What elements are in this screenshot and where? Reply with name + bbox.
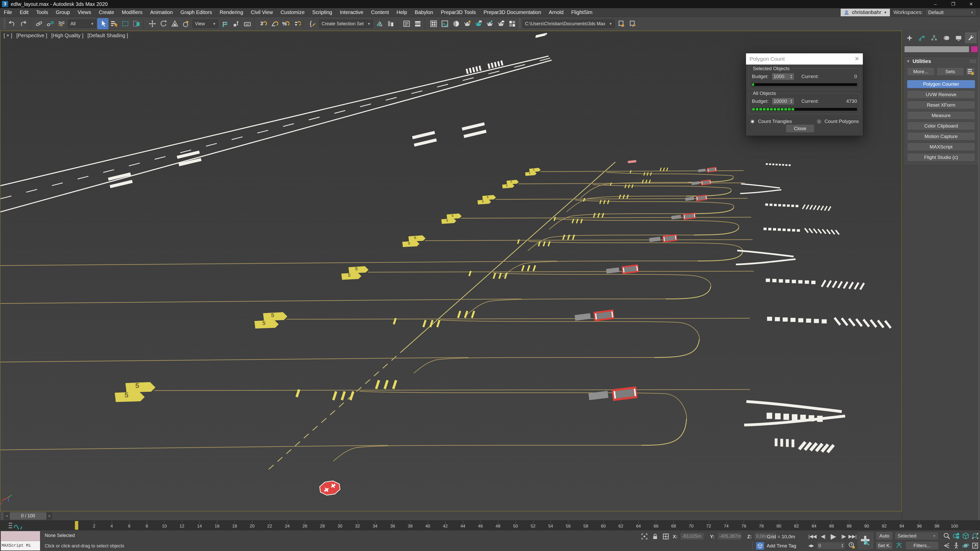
mini-curve-editor-icon[interactable] — [8, 522, 28, 529]
selection-filter-dropdown[interactable]: All▼ — [68, 20, 96, 28]
play-button[interactable]: ▶ — [829, 531, 838, 541]
curve-editor-button[interactable] — [428, 18, 439, 29]
selection-lock-region-icon[interactable] — [641, 533, 648, 540]
rectangular-selection-region-button[interactable] — [120, 18, 131, 29]
menu-babylon[interactable]: Babylon — [411, 8, 437, 17]
utility-flight-studio-c-[interactable]: Flight Studio (c) — [907, 153, 975, 162]
go-to-start-button[interactable]: |◀◀ — [807, 532, 818, 540]
menu-flightsim[interactable]: FlightSim — [567, 8, 596, 17]
selection-lock-icon[interactable] — [651, 533, 659, 540]
menu-edit[interactable]: Edit — [16, 8, 32, 17]
utility-motion-capture[interactable]: Motion Capture — [907, 132, 975, 141]
set-keys-button[interactable] — [857, 532, 874, 550]
maximize-viewport-button[interactable] — [970, 541, 980, 550]
panel-tab-modify[interactable] — [916, 33, 928, 43]
undo-button[interactable] — [6, 18, 18, 29]
y-coord-field[interactable]: -405,387m — [718, 532, 741, 540]
next-frame-button[interactable]: |▶ — [839, 532, 848, 540]
minimize-button[interactable]: – — [926, 0, 944, 8]
isolate-cube-icon[interactable] — [756, 542, 764, 550]
toggle-layer-explorer-button[interactable] — [412, 18, 423, 29]
menu-customize[interactable]: Customize — [277, 8, 308, 17]
x-coord-field[interactable]: -83,025m — [680, 532, 704, 540]
key-selection-dropdown[interactable]: Selected ▼ — [895, 532, 939, 540]
keyboard-shortcut-override-button[interactable] — [242, 18, 253, 29]
orbit-button[interactable] — [961, 541, 970, 550]
dialog-title-bar[interactable]: Polygon Count ✕ — [746, 53, 863, 65]
viewport-menu-quality[interactable]: [High Quality ] — [51, 33, 83, 38]
select-and-manipulate-button[interactable] — [231, 18, 242, 29]
spinner-icon[interactable]: ▲▼ — [790, 74, 792, 79]
select-and-link-button[interactable] — [33, 18, 45, 29]
use-pivot-point-center-button[interactable] — [219, 18, 231, 29]
select-object-button[interactable] — [97, 18, 108, 29]
go-to-end-button[interactable]: ▶▶| — [847, 532, 858, 540]
current-frame-marker[interactable] — [75, 521, 78, 530]
render-in-cloud-button[interactable] — [495, 18, 507, 29]
dialog-close-icon[interactable]: ✕ — [855, 56, 859, 62]
key-mode-toggle[interactable]: ◀▶ — [807, 542, 816, 549]
menu-group[interactable]: Group — [52, 8, 74, 17]
absolute-mode-transform-icon[interactable] — [662, 533, 670, 540]
time-configuration-icon[interactable] — [848, 541, 856, 549]
set-key-button[interactable]: Set K. — [876, 541, 893, 550]
drag-handle[interactable] — [1, 513, 3, 519]
panel-tab-hierarchy[interactable] — [928, 33, 940, 43]
render-preset-save-button[interactable] — [616, 18, 627, 29]
new-key-filter-icon[interactable] — [895, 541, 904, 550]
select-and-scale-button[interactable] — [169, 18, 180, 29]
project-folder-dropdown[interactable]: C:\Users\Christian\Documents\3ds Max 202… — [523, 20, 614, 28]
add-time-tag[interactable]: Add Time Tag — [756, 542, 796, 550]
spinner-snap-toggle-button[interactable] — [291, 18, 302, 29]
configure-button-sets-button[interactable] — [966, 68, 975, 76]
menu-arnold[interactable]: Arnold — [545, 8, 567, 17]
reference-coordinate-system[interactable]: View▼ — [192, 20, 218, 28]
pan-button[interactable] — [952, 541, 961, 550]
select-and-place-button[interactable] — [180, 18, 192, 29]
menu-scripting[interactable]: Scripting — [309, 8, 336, 17]
menu-modifiers[interactable]: Modifiers — [118, 8, 146, 17]
toggle-scene-explorer-button[interactable] — [401, 18, 412, 29]
spinner-icon[interactable]: ▲▼ — [790, 99, 792, 103]
filters-button[interactable]: Filters... — [905, 541, 939, 550]
zoom-extents-all-button[interactable] — [970, 531, 980, 540]
panel-tab-utilities[interactable] — [965, 33, 977, 43]
menu-interactive[interactable]: Interactive — [336, 8, 367, 17]
utility-color-clipboard[interactable]: Color Clipboard — [907, 122, 975, 130]
zoom-region-button[interactable] — [942, 541, 951, 550]
window-crossing-toggle-button[interactable] — [131, 18, 142, 29]
radio-icon[interactable] — [817, 119, 821, 124]
unlink-selection-button[interactable] — [45, 18, 56, 29]
select-and-rotate-button[interactable] — [158, 18, 169, 29]
menu-content[interactable]: Content — [367, 8, 393, 17]
menu-animation[interactable]: Animation — [146, 8, 177, 17]
utility-maxscript[interactable]: MAXScript — [907, 143, 975, 151]
redo-button[interactable] — [18, 18, 29, 29]
menu-tools[interactable]: Tools — [32, 8, 52, 17]
viewport-menu-shading[interactable]: [Default Shading ] — [88, 33, 128, 38]
menu-prepar3d-documentation[interactable]: Prepar3D Documentation — [480, 8, 545, 17]
radio-icon[interactable] — [750, 119, 755, 124]
panel-scrollbar[interactable] — [978, 30, 980, 520]
previous-frame-button[interactable]: < — [4, 513, 10, 519]
polygon-count-dialog[interactable]: Polygon Count ✕ Selected Objects Budget:… — [746, 53, 863, 136]
schematic-view-button[interactable] — [439, 18, 450, 29]
object-color-swatch[interactable] — [971, 46, 978, 52]
material-editor-button[interactable] — [450, 18, 462, 29]
viewport-menu-pov[interactable]: [Perspective ] — [16, 33, 47, 38]
menu-civil-view[interactable]: Civil View — [247, 8, 277, 17]
menu-views[interactable]: Views — [74, 8, 95, 17]
utility-polygon-counter[interactable]: Polygon Counter — [907, 80, 975, 88]
object-name-field[interactable] — [904, 46, 969, 52]
utility-reset-xform[interactable]: Reset XForm — [907, 101, 975, 109]
panel-tab-display[interactable] — [953, 33, 964, 43]
toolbar-drag-handle[interactable] — [3, 18, 5, 29]
auto-key-button[interactable]: Auto — [876, 532, 893, 540]
utilities-rollout-header[interactable]: ▼ Utilities — [904, 57, 978, 65]
more-button[interactable]: More... — [907, 68, 935, 76]
utility-uvw-remove[interactable]: UVW Remove — [907, 91, 975, 99]
sets-button[interactable]: Sets — [937, 68, 964, 76]
angle-snap-toggle-button[interactable] — [269, 18, 280, 29]
time-slider[interactable]: 0 / 100 — [10, 513, 46, 519]
track-bar[interactable]: 0246810121416182022242628303234363840424… — [0, 520, 980, 530]
